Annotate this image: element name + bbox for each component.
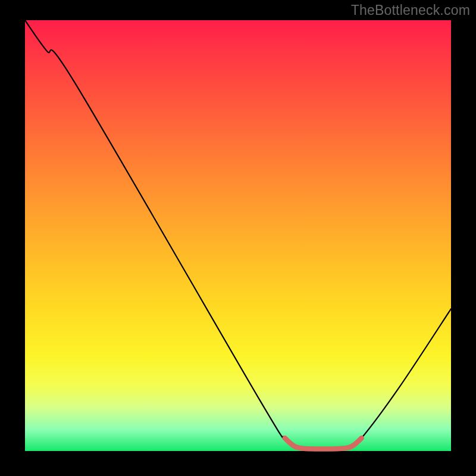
curve-layer (25, 20, 451, 451)
chart-root: TheBottleneck.com (0, 0, 476, 476)
plot-area (25, 20, 451, 451)
watermark-text: TheBottleneck.com (351, 2, 470, 18)
bottleneck-curve (25, 20, 451, 449)
highlight-segment (285, 438, 362, 449)
